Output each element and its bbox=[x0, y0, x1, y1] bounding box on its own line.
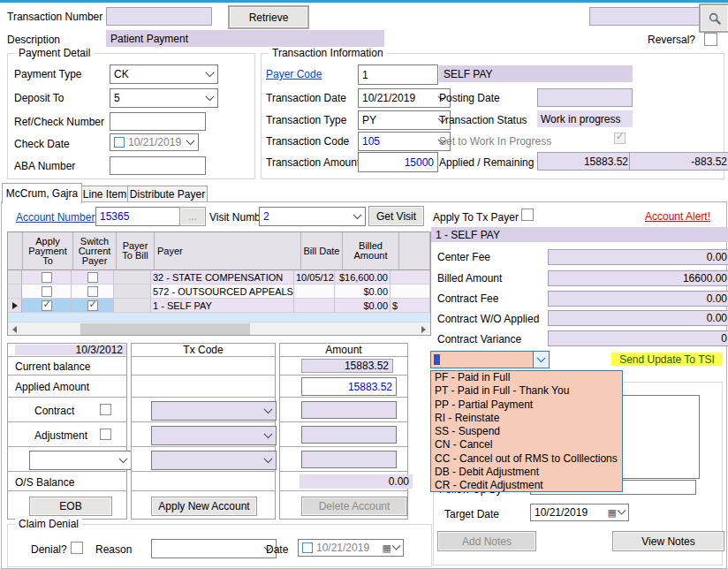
apply-to-tx-payer-label: Apply To Tx Payer bbox=[433, 211, 519, 224]
col-bill-date-header[interactable]: Bill Date bbox=[301, 232, 343, 270]
contract-fee-field: 0.00 bbox=[548, 291, 728, 307]
tab-distribute-payer[interactable]: Distribute Payer bbox=[127, 186, 208, 202]
visit-number-dropdown[interactable]: 2 bbox=[259, 207, 366, 226]
apply-payment-checkbox[interactable] bbox=[42, 300, 52, 311]
transaction-code-dropdown[interactable]: 105 bbox=[358, 132, 451, 151]
switch-payer-checkbox[interactable] bbox=[87, 300, 98, 311]
combobox-dropdown-button[interactable] bbox=[533, 352, 549, 368]
aba-number-input[interactable] bbox=[110, 156, 206, 175]
grid-horizontal-scrollbar[interactable] bbox=[8, 322, 430, 336]
payment-type-dropdown[interactable]: CK bbox=[110, 64, 218, 84]
get-visit-button[interactable]: Get Visit bbox=[368, 206, 424, 226]
transaction-amount-input[interactable]: 15000 bbox=[358, 152, 438, 172]
payer-code-input[interactable]: 1 bbox=[358, 64, 438, 85]
account-number-link[interactable]: Account Number bbox=[16, 211, 95, 224]
other-type-dropdown[interactable] bbox=[29, 451, 132, 470]
eob-button[interactable]: EOB bbox=[29, 497, 112, 516]
payer-row-2[interactable]: 572 - OUTSOURCED APPEALS $0.00 bbox=[8, 284, 430, 299]
adjustment-amount-input[interactable] bbox=[301, 426, 397, 444]
center-fee-field: 0.00 bbox=[548, 249, 728, 265]
chevron-down-icon bbox=[186, 136, 195, 145]
denial-date-picker[interactable]: 10/21/2019 bbox=[298, 539, 404, 557]
tsi-status-combobox[interactable] bbox=[430, 351, 550, 368]
ref-check-number-input[interactable] bbox=[110, 112, 206, 131]
col-clipped-header bbox=[399, 232, 430, 270]
scroll-right-button[interactable] bbox=[417, 322, 430, 336]
contract-amount-input[interactable] bbox=[301, 401, 397, 419]
payer-row-3-current[interactable]: 1 - SELF PAY $0.00 $ bbox=[8, 299, 430, 313]
account-number-input[interactable]: 15365 bbox=[95, 207, 184, 226]
denial-date-checkbox[interactable] bbox=[302, 542, 313, 553]
col-switch-payer-header[interactable]: Switch Current Payer bbox=[73, 232, 117, 270]
quick-search-field[interactable] bbox=[589, 7, 704, 26]
col-payer-header[interactable]: Payer bbox=[155, 232, 301, 270]
row-selector[interactable] bbox=[8, 299, 22, 313]
apply-new-account-button[interactable]: Apply New Account bbox=[151, 497, 257, 516]
scroll-left-button[interactable] bbox=[8, 322, 21, 336]
payer-row-1[interactable]: 32 - STATE COMPENSATION 10/05/12 $16,600… bbox=[8, 270, 430, 284]
contract-checkbox[interactable] bbox=[100, 404, 111, 415]
tsi-option[interactable]: DB - Debit Adjustment bbox=[431, 466, 622, 479]
apply-payment-checkbox[interactable] bbox=[42, 286, 52, 297]
tsi-option[interactable]: CN - Cancel bbox=[431, 438, 622, 451]
col-payer-to-bill-header[interactable]: Payer To Bill bbox=[117, 232, 155, 270]
tsi-option[interactable]: PF - Paid in Full bbox=[431, 371, 622, 384]
check-date-checkbox[interactable] bbox=[114, 137, 125, 148]
denial-checkbox[interactable] bbox=[71, 542, 83, 554]
search-button[interactable] bbox=[699, 4, 728, 33]
switch-payer-checkbox[interactable] bbox=[87, 272, 98, 283]
deposit-to-label: Deposit To bbox=[14, 92, 64, 104]
adjustment-txcode-dropdown[interactable] bbox=[151, 426, 277, 445]
payer-code-link[interactable]: Payer Code bbox=[266, 68, 322, 80]
billed-amount-cell: $0.00 bbox=[335, 299, 391, 313]
switch-payer-checkbox[interactable] bbox=[87, 286, 98, 297]
transaction-number-field[interactable] bbox=[106, 7, 212, 26]
col-billed-amount-header[interactable]: Billed Amount bbox=[343, 232, 399, 270]
tx-code-header: Tx Code bbox=[132, 344, 275, 357]
calendar-icon bbox=[383, 542, 393, 554]
other-txcode-dropdown[interactable] bbox=[151, 451, 277, 470]
contract-txcode-dropdown[interactable] bbox=[151, 401, 277, 421]
apply-payment-checkbox[interactable] bbox=[42, 272, 52, 283]
other-amount-input[interactable] bbox=[301, 451, 397, 468]
applied-amount-input[interactable]: 15883.52 bbox=[301, 377, 397, 396]
denial-label: Denial? bbox=[31, 543, 67, 556]
posting-date-label: Posting Date bbox=[439, 92, 500, 104]
chevron-down-icon bbox=[206, 68, 215, 77]
transaction-date-dropdown[interactable]: 10/21/2019 bbox=[358, 88, 451, 108]
tsi-option[interactable]: PT - Paid in Full - Thank You bbox=[431, 384, 622, 398]
retrieve-button[interactable]: Retrieve bbox=[228, 5, 309, 29]
tsi-option[interactable]: RI - Reinstate bbox=[431, 412, 622, 425]
tsi-option[interactable]: CR - Credit Adjustment bbox=[431, 479, 622, 492]
tsi-option[interactable]: PP - Partial Payment bbox=[431, 398, 622, 412]
adjustment-checkbox[interactable] bbox=[100, 429, 111, 440]
check-date-picker[interactable]: 10/21/2019 bbox=[110, 133, 199, 151]
row-selector[interactable] bbox=[8, 270, 22, 284]
apply-to-tx-payer-checkbox[interactable] bbox=[521, 209, 534, 221]
applied-amount-label: Applied Amount bbox=[15, 381, 89, 393]
chevron-down-icon bbox=[206, 92, 215, 101]
magnifier-icon bbox=[708, 11, 722, 26]
account-browse-button[interactable]: ... bbox=[179, 207, 206, 226]
row-selector[interactable] bbox=[8, 284, 22, 299]
contract-variance-label: Contract Variance bbox=[437, 333, 521, 345]
scrollbar-thumb[interactable] bbox=[80, 323, 250, 335]
tab-line-item[interactable]: Line Item bbox=[81, 186, 128, 202]
deposit-to-dropdown[interactable]: 5 bbox=[110, 88, 218, 108]
current-row-marker-icon bbox=[12, 302, 18, 309]
bill-date-cell bbox=[294, 284, 335, 299]
tab-patient[interactable]: McCrum, Gajra bbox=[2, 183, 82, 203]
tsi-option[interactable]: CC - Cancel out of RMS to Colllections bbox=[431, 452, 622, 466]
remaining-amount-field: -883.52 bbox=[629, 152, 728, 171]
view-notes-button[interactable]: View Notes bbox=[612, 531, 724, 551]
account-alert-link[interactable]: Account Alert! bbox=[645, 210, 710, 223]
transaction-type-dropdown[interactable]: PY bbox=[358, 110, 451, 130]
contract-fee-label: Contract Fee bbox=[437, 292, 498, 305]
check-date-label: Check Date bbox=[14, 138, 70, 150]
current-balance-label: Current balance bbox=[15, 360, 90, 373]
target-date-picker[interactable]: 10/21/2019 bbox=[530, 504, 629, 521]
denial-reason-dropdown[interactable] bbox=[151, 539, 277, 558]
tsi-option[interactable]: SS - Suspend bbox=[431, 425, 622, 438]
reversal-checkbox[interactable] bbox=[704, 33, 717, 46]
col-apply-payment-header[interactable]: Apply Payment To bbox=[23, 232, 73, 270]
